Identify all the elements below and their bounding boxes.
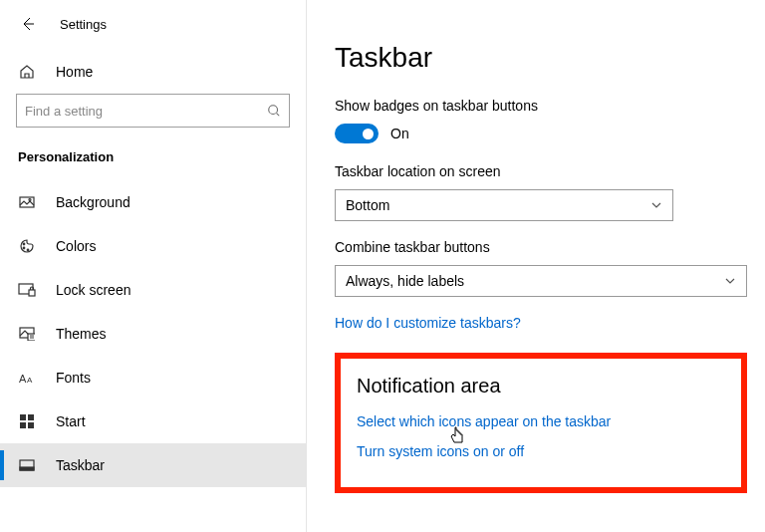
sidebar-item-start[interactable]: Start [0, 399, 306, 443]
svg-rect-15 [28, 422, 34, 428]
sidebar-item-lock-screen[interactable]: Lock screen [0, 268, 306, 312]
sidebar-item-label: Lock screen [56, 282, 130, 298]
badges-label: Show badges on taskbar buttons [335, 98, 749, 114]
home-icon [18, 63, 36, 81]
svg-point-4 [23, 247, 25, 249]
palette-icon [18, 237, 36, 255]
search-input[interactable] [25, 104, 267, 119]
sidebar-item-taskbar[interactable]: Taskbar [0, 443, 306, 487]
section-label: Personalization [0, 143, 306, 180]
taskbar-icon [18, 456, 36, 474]
sidebar-item-label: Start [56, 413, 86, 429]
badges-state: On [390, 126, 409, 141]
location-dropdown[interactable]: Bottom [335, 189, 673, 221]
search-box[interactable] [16, 94, 290, 128]
chevron-down-icon [724, 277, 736, 285]
select-icons-link[interactable]: Select which icons appear on the taskbar [357, 413, 725, 429]
sidebar-item-label: Colors [56, 238, 96, 254]
badges-toggle-row: On [335, 124, 749, 143]
sidebar-item-home[interactable]: Home [0, 50, 306, 94]
svg-point-5 [27, 249, 29, 251]
sidebar-item-label: Themes [56, 326, 107, 342]
svg-rect-12 [20, 414, 26, 420]
sidebar-item-label: Home [56, 64, 93, 80]
back-button[interactable] [16, 12, 40, 36]
svg-point-2 [29, 199, 31, 201]
sidebar: Settings Home Personalization Background… [0, 0, 307, 532]
sidebar-item-label: Taskbar [56, 457, 105, 473]
chevron-down-icon [650, 201, 662, 209]
header: Settings [0, 6, 306, 50]
sidebar-item-colors[interactable]: Colors [0, 224, 306, 268]
customize-help-link[interactable]: How do I customize taskbars? [335, 315, 749, 331]
start-icon [18, 412, 36, 430]
svg-rect-17 [20, 467, 34, 470]
sidebar-item-themes[interactable]: Themes [0, 312, 306, 356]
location-label: Taskbar location on screen [335, 163, 749, 179]
search-icon [267, 104, 281, 118]
fonts-icon: AA [18, 369, 36, 387]
themes-icon [18, 325, 36, 343]
lock-screen-icon [18, 281, 36, 299]
svg-rect-14 [20, 422, 26, 428]
svg-point-0 [269, 106, 278, 115]
search-container [0, 94, 306, 143]
arrow-left-icon [20, 16, 36, 32]
main-content: Taskbar Show badges on taskbar buttons O… [307, 0, 765, 532]
notification-area-highlight: Notification area Select which icons app… [335, 353, 747, 493]
combine-value: Always, hide labels [346, 273, 464, 289]
svg-rect-1 [20, 197, 34, 207]
sidebar-item-label: Background [56, 194, 130, 210]
combine-label: Combine taskbar buttons [335, 239, 749, 255]
image-icon [18, 193, 36, 211]
svg-text:A: A [19, 373, 27, 385]
svg-rect-7 [29, 290, 35, 296]
sidebar-item-label: Fonts [56, 370, 91, 386]
settings-title: Settings [60, 17, 107, 32]
page-title: Taskbar [335, 42, 749, 74]
sidebar-item-fonts[interactable]: AA Fonts [0, 356, 306, 399]
notification-section-title: Notification area [357, 375, 725, 398]
system-icons-link[interactable]: Turn system icons on or off [357, 443, 725, 459]
location-value: Bottom [346, 197, 389, 213]
svg-text:A: A [27, 376, 33, 385]
combine-dropdown[interactable]: Always, hide labels [335, 265, 747, 297]
badges-toggle[interactable] [335, 124, 379, 143]
sidebar-item-background[interactable]: Background [0, 180, 306, 224]
svg-rect-13 [28, 414, 34, 420]
svg-point-3 [23, 243, 25, 245]
